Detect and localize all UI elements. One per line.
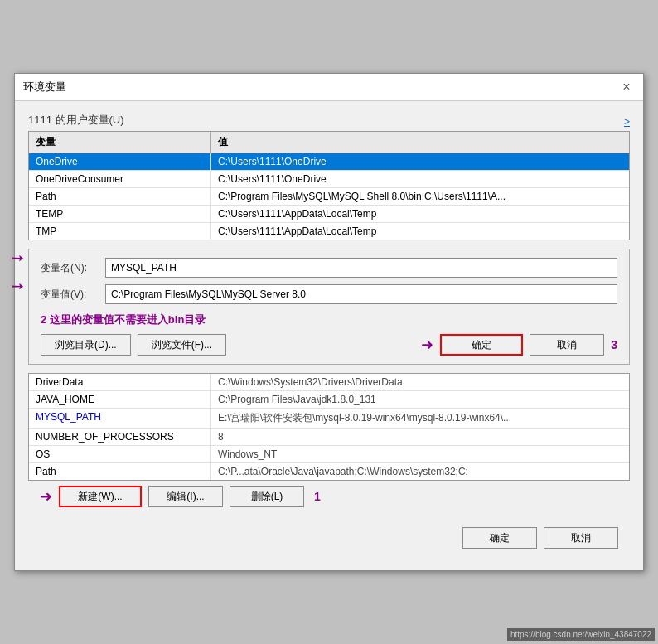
user-section-title: 1111 的用户变量(U) xyxy=(28,113,124,128)
header-variable: 变量 xyxy=(29,132,211,153)
arrow-confirm-annotation: ➜ xyxy=(421,336,433,354)
system-table-row[interactable]: NUMBER_OF_PROCESSORS 8 xyxy=(29,429,629,446)
edit-button-row: 浏览目录(D)... 浏览文件(F)... ➜ 确定 取消 3 xyxy=(41,334,617,356)
arrow-new-icon: ➜ xyxy=(40,487,52,506)
system-table-row[interactable]: Path C:\P...ata\Oracle\Java\javapath;C:\… xyxy=(29,463,629,480)
user-table-rows: OneDrive C:\Users\1111\OneDrive OneDrive… xyxy=(29,153,629,240)
user-val-cell: C:\Users\1111\AppData\Local\Temp xyxy=(211,206,629,222)
user-table-row[interactable]: OneDrive C:\Users\1111\OneDrive xyxy=(29,153,629,171)
user-var-cell: TMP xyxy=(29,223,211,240)
sys-val-cell: E:\宫瑞阳\软件安装包\mysql-8.0.19-winx64\mysql-8… xyxy=(211,409,629,428)
step-3-label: 3 xyxy=(611,338,617,351)
variable-name-row: ➘ 变量名(N): xyxy=(41,258,617,278)
sys-var-cell: DriverData xyxy=(29,374,211,390)
sys-val-cell: C:\Program Files\Java\jdk1.8.0_131 xyxy=(211,391,629,408)
var-value-input[interactable] xyxy=(105,284,617,304)
sys-var-cell: Path xyxy=(29,463,211,480)
user-var-cell: OneDriveConsumer xyxy=(29,171,211,187)
var-value-label: 变量值(V): xyxy=(41,288,99,302)
system-variables-table: DriverData C:\Windows\System32\Drivers\D… xyxy=(28,373,630,481)
annotation-text: 2 这里的变量值不需要进入bin目录 xyxy=(41,312,617,327)
arrow-new-annotation: ➜ xyxy=(40,487,52,506)
arrow-name-icon: ➘ xyxy=(7,247,28,269)
sys-val-cell: Windows_NT xyxy=(211,446,629,462)
sys-var-cell: NUMBER_OF_PROCESSORS xyxy=(29,429,211,445)
user-variables-section: 1111 的用户变量(U) > 变量 值 OneDrive C:\Users\1… xyxy=(28,113,630,240)
edit-system-var-button[interactable]: 编辑(I)... xyxy=(148,486,223,507)
sys-var-cell: MYSQL_PATH xyxy=(29,409,211,428)
system-table-row[interactable]: JAVA_HOME C:\Program Files\Java\jdk1.8.0… xyxy=(29,391,629,409)
user-table-header: 变量 值 xyxy=(29,132,629,153)
user-val-cell: C:\Users\1111\OneDrive xyxy=(211,153,629,170)
edit-confirm-button[interactable]: 确定 xyxy=(440,334,523,356)
new-system-var-button[interactable]: 新建(W)... xyxy=(59,486,142,507)
user-var-cell: OneDrive xyxy=(29,153,211,170)
user-variables-table: 变量 值 OneDrive C:\Users\1111\OneDrive One… xyxy=(28,131,630,240)
user-var-cell: TEMP xyxy=(29,206,211,222)
system-table-row[interactable]: OS Windows_NT xyxy=(29,446,629,463)
arrow-right-icon: ➜ xyxy=(421,336,433,354)
sys-var-cell: OS xyxy=(29,446,211,462)
user-val-cell: C:\Users\1111\AppData\Local\Temp xyxy=(211,223,629,240)
browse-file-button[interactable]: 浏览文件(F)... xyxy=(138,334,226,356)
header-value: 值 xyxy=(211,132,629,153)
edit-form: ➘ 变量名(N): ➘ 变量值(V): 2 这里的变量值不需要进入bin目录 浏… xyxy=(28,249,630,365)
var-name-input[interactable] xyxy=(105,258,617,278)
close-button[interactable]: × xyxy=(618,79,635,95)
user-table-row[interactable]: TEMP C:\Users\1111\AppData\Local\Temp xyxy=(29,206,629,223)
final-confirm-button[interactable]: 确定 xyxy=(462,527,537,549)
edit-variable-section: ➘ 变量名(N): ➘ 变量值(V): 2 这里的变量值不需要进入bin目录 浏… xyxy=(28,249,630,365)
arrow-value-icon: ➘ xyxy=(7,275,28,297)
system-button-row: ➜ 新建(W)... 编辑(I)... 删除(L) 1 xyxy=(28,481,630,512)
system-table-row[interactable]: DriverData C:\Windows\System32\Drivers\D… xyxy=(29,374,629,391)
sys-val-cell: 8 xyxy=(211,429,629,445)
system-table-rows: DriverData C:\Windows\System32\Drivers\D… xyxy=(29,374,629,480)
step-1-label: 1 xyxy=(314,490,321,503)
sys-val-cell: C:\Windows\System32\Drivers\DriverData xyxy=(211,374,629,390)
user-section-header: 1111 的用户变量(U) > xyxy=(28,113,630,131)
user-val-cell: C:\Users\1111\OneDrive xyxy=(211,171,629,187)
watermark: https://blog.csdn.net/weixin_43847022 xyxy=(507,628,655,641)
user-val-cell: C:\Program Files\MySQL\MySQL Shell 8.0\b… xyxy=(211,188,629,205)
system-table-row[interactable]: MYSQL_PATH E:\宫瑞阳\软件安装包\mysql-8.0.19-win… xyxy=(29,409,629,429)
final-cancel-button[interactable]: 取消 xyxy=(544,527,618,549)
final-button-row: 确定 取消 xyxy=(28,521,630,559)
dialog-body: 1111 的用户变量(U) > 变量 值 OneDrive C:\Users\1… xyxy=(15,101,643,570)
var-name-label: 变量名(N): xyxy=(41,261,99,275)
sys-val-cell: C:\P...ata\Oracle\Java\javapath;C:\Windo… xyxy=(211,463,629,480)
user-var-cell: Path xyxy=(29,188,211,205)
edit-cancel-button[interactable]: 取消 xyxy=(530,334,604,356)
system-variables-section: DriverData C:\Windows\System32\Drivers\D… xyxy=(28,373,630,512)
user-table-row[interactable]: OneDriveConsumer C:\Users\1111\OneDrive xyxy=(29,171,629,188)
title-bar: 环境变量 × xyxy=(15,74,643,101)
delete-system-var-button[interactable]: 删除(L) xyxy=(230,486,304,507)
sys-var-cell: JAVA_HOME xyxy=(29,391,211,408)
user-table-row[interactable]: Path C:\Program Files\MySQL\MySQL Shell … xyxy=(29,188,629,206)
environment-variables-dialog: 环境变量 × 1111 的用户变量(U) > 变量 值 OneDrive C:\… xyxy=(14,73,644,571)
variable-value-row: ➘ 变量值(V): xyxy=(41,284,617,304)
browse-dir-button[interactable]: 浏览目录(D)... xyxy=(41,334,131,356)
system-variables-link[interactable]: > xyxy=(624,116,630,128)
user-table-row[interactable]: TMP C:\Users\1111\AppData\Local\Temp xyxy=(29,223,629,240)
dialog-title: 环境变量 xyxy=(23,80,66,94)
